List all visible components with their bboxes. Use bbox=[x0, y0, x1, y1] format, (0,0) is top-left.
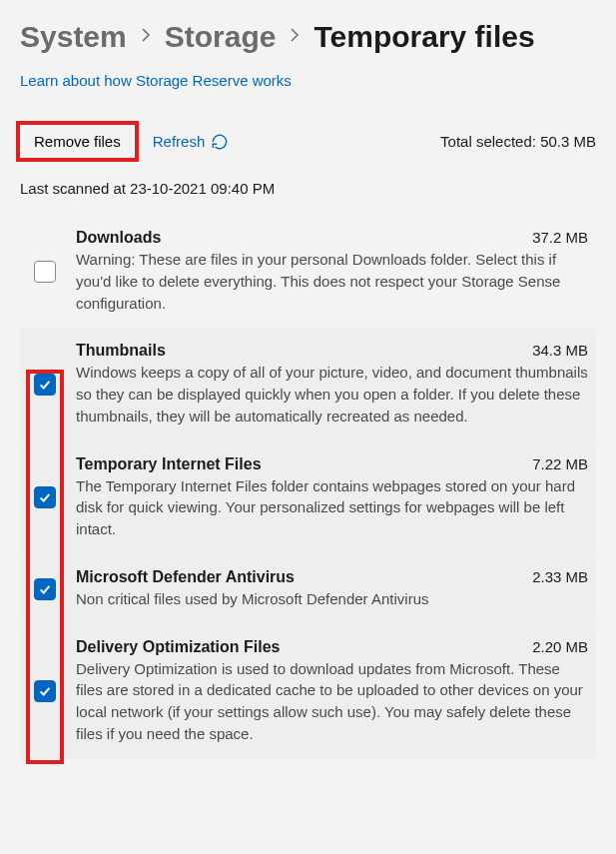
refresh-button[interactable]: Refresh bbox=[153, 133, 230, 151]
file-item-temp-internet: Temporary Internet Files 7.22 MB The Tem… bbox=[20, 441, 596, 554]
refresh-label: Refresh bbox=[153, 133, 206, 150]
breadcrumb-current: Temporary files bbox=[313, 20, 534, 54]
chevron-right-icon bbox=[141, 27, 151, 48]
file-list: Downloads 37.2 MB Warning: These are fil… bbox=[20, 215, 596, 759]
checkbox-temp-internet[interactable] bbox=[34, 486, 56, 508]
chevron-right-icon bbox=[290, 27, 300, 48]
item-title: Microsoft Defender Antivirus bbox=[76, 568, 295, 586]
actions-row: Remove files Refresh Total selected: 50.… bbox=[20, 125, 596, 158]
breadcrumb-system[interactable]: System bbox=[20, 20, 127, 54]
learn-link[interactable]: Learn about how Storage Reserve works bbox=[20, 72, 292, 89]
item-size: 2.33 MB bbox=[532, 568, 588, 585]
last-scanned: Last scanned at 23-10-2021 09:40 PM bbox=[20, 180, 596, 197]
checkbox-downloads[interactable] bbox=[34, 261, 56, 283]
file-item-defender: Microsoft Defender Antivirus 2.33 MB Non… bbox=[20, 554, 596, 624]
item-desc: The Temporary Internet Files folder cont… bbox=[76, 475, 588, 540]
item-desc: Delivery Optimization is used to downloa… bbox=[76, 658, 588, 745]
item-size: 34.3 MB bbox=[532, 342, 588, 359]
checkbox-delivery-opt[interactable] bbox=[34, 680, 56, 702]
breadcrumb-storage[interactable]: Storage bbox=[165, 20, 277, 54]
item-title: Downloads bbox=[76, 229, 161, 247]
item-size: 37.2 MB bbox=[532, 229, 588, 246]
file-item-thumbnails: Thumbnails 34.3 MB Windows keeps a copy … bbox=[20, 328, 596, 440]
item-size: 2.20 MB bbox=[532, 638, 588, 655]
item-size: 7.22 MB bbox=[532, 455, 588, 472]
file-item-downloads: Downloads 37.2 MB Warning: These are fil… bbox=[20, 215, 596, 328]
item-title: Thumbnails bbox=[76, 342, 166, 360]
refresh-icon bbox=[211, 133, 229, 151]
breadcrumb: System Storage Temporary files bbox=[20, 20, 596, 54]
file-item-delivery-opt: Delivery Optimization Files 2.20 MB Deli… bbox=[20, 624, 596, 759]
remove-files-button[interactable]: Remove files bbox=[20, 125, 135, 158]
item-title: Delivery Optimization Files bbox=[76, 638, 281, 656]
item-desc: Non critical files used by Microsoft Def… bbox=[76, 588, 588, 610]
total-selected: Total selected: 50.3 MB bbox=[440, 133, 596, 150]
item-desc: Warning: These are files in your persona… bbox=[76, 249, 588, 314]
item-title: Temporary Internet Files bbox=[76, 455, 262, 473]
checkbox-thumbnails[interactable] bbox=[34, 374, 56, 396]
checkbox-defender[interactable] bbox=[34, 578, 56, 600]
item-desc: Windows keeps a copy of all of your pict… bbox=[76, 362, 588, 427]
